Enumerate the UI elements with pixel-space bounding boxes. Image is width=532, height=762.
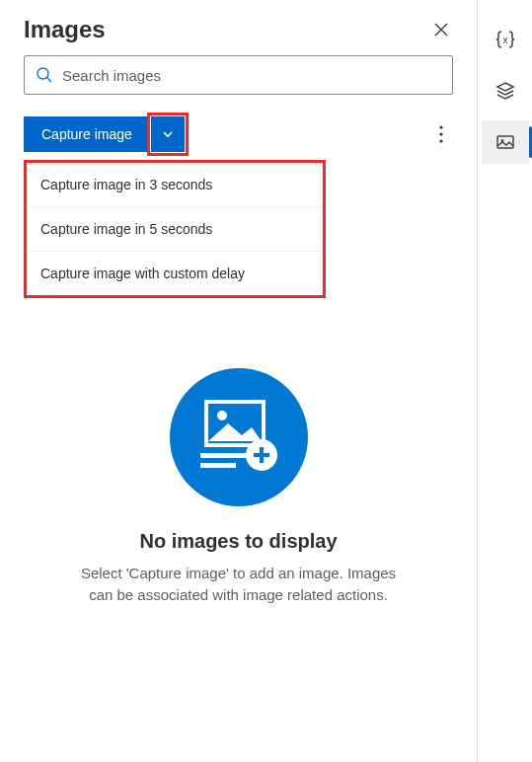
capture-5s-item[interactable]: Capture image in 5 seconds xyxy=(27,207,323,252)
svg-point-3 xyxy=(439,132,442,135)
svg-point-6 xyxy=(217,411,227,420)
search-row xyxy=(0,55,477,95)
capture-3s-item[interactable]: Capture image in 3 seconds xyxy=(27,163,323,207)
svg-rect-7 xyxy=(200,453,250,458)
side-rail: x xyxy=(478,0,532,762)
svg-rect-11 xyxy=(497,136,513,148)
empty-state-title: No images to display xyxy=(139,530,337,553)
close-icon xyxy=(433,22,449,38)
more-vertical-icon xyxy=(439,125,443,143)
capture-button[interactable]: Capture image xyxy=(24,116,150,152)
svg-point-2 xyxy=(439,125,442,128)
empty-state-circle xyxy=(170,368,308,506)
close-button[interactable] xyxy=(429,18,453,41)
layers-rail-button[interactable] xyxy=(482,69,529,113)
picture-icon xyxy=(494,131,516,153)
images-rail-button[interactable] xyxy=(482,120,529,164)
more-button[interactable] xyxy=(429,116,453,152)
search-input[interactable] xyxy=(62,67,442,84)
image-placeholder-icon xyxy=(194,398,283,477)
capture-custom-item[interactable]: Capture image with custom delay xyxy=(27,252,323,295)
svg-point-4 xyxy=(439,139,442,142)
panel-title: Images xyxy=(24,16,106,43)
panel-header: Images xyxy=(0,0,477,55)
svg-rect-8 xyxy=(200,463,236,468)
capture-dropdown-toggle[interactable] xyxy=(151,116,185,152)
capture-split-button: Capture image xyxy=(24,116,185,152)
toolbar: Capture image Capture image in 3 seconds… xyxy=(0,95,477,152)
svg-line-1 xyxy=(47,78,51,82)
capture-dropdown-menu: Capture image in 3 seconds Capture image… xyxy=(24,160,326,298)
layers-icon xyxy=(494,80,516,102)
svg-point-0 xyxy=(38,68,48,79)
empty-state-description: Select 'Capture image' to add an image. … xyxy=(71,563,407,606)
svg-text:x: x xyxy=(502,35,507,45)
variables-rail-button[interactable]: x xyxy=(482,18,529,61)
search-icon xyxy=(35,65,54,85)
images-panel: Images Capture image xyxy=(0,0,478,762)
search-box[interactable] xyxy=(24,55,453,95)
braces-icon: x xyxy=(494,29,516,50)
chevron-down-icon xyxy=(161,127,175,141)
